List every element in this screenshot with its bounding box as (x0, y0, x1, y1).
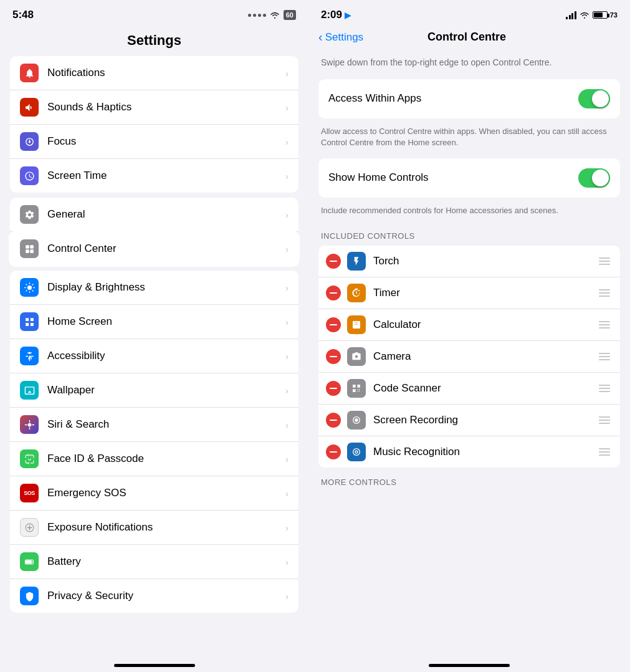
control-item-timer[interactable]: Timer (318, 277, 620, 309)
remove-code-scanner-button[interactable] (326, 381, 341, 396)
battery-chevron: › (285, 557, 289, 567)
torch-drag-handle[interactable] (596, 255, 613, 267)
remove-music-recognition-button[interactable] (326, 444, 341, 459)
screentime-icon (20, 166, 39, 185)
show-home-controls-label: Show Home Controls (328, 171, 429, 184)
access-within-apps-toggle[interactable] (578, 89, 610, 108)
control-item-code-scanner[interactable]: Code Scanner (318, 373, 620, 405)
control-centre-description: Swipe down from the top-right edge to op… (318, 52, 620, 79)
notifications-label: Notifications (47, 67, 280, 79)
toggle-knob-home (592, 170, 609, 186)
control-item-screen-recording[interactable]: Screen Recording (318, 405, 620, 436)
settings-item-wallpaper[interactable]: Wallpaper › (10, 373, 298, 408)
left-time: 5:48 (12, 9, 34, 21)
screen-recording-label: Screen Recording (373, 414, 596, 426)
status-bar-right: 2:09 ▶ 73 (308, 0, 630, 27)
wallpaper-icon (20, 381, 39, 400)
camera-drag-handle[interactable] (596, 350, 613, 363)
more-controls-header: MORE CONTROLS (318, 473, 620, 492)
music-recognition-drag-handle[interactable] (596, 446, 613, 458)
toggle-knob-access (592, 90, 609, 107)
music-recognition-icon (347, 443, 366, 461)
show-home-controls-toggle[interactable] (578, 168, 610, 188)
right-status-icons: 73 (566, 11, 618, 19)
dot4 (263, 14, 266, 17)
accessibility-chevron: › (285, 351, 289, 362)
settings-item-accessibility[interactable]: Accessibility › (10, 339, 298, 373)
wifi-icon-right (580, 11, 589, 19)
screentime-chevron: › (285, 171, 289, 181)
settings-item-controlcenter[interactable]: Control Center › (10, 232, 298, 266)
remove-camera-button[interactable] (326, 349, 341, 364)
svg-rect-2 (26, 249, 29, 253)
code-scanner-drag-handle[interactable] (596, 382, 613, 395)
battery-status-right: 73 (593, 11, 618, 19)
settings-item-focus[interactable]: Focus › (10, 125, 298, 159)
controlcenter-icon (20, 239, 39, 258)
remove-timer-button[interactable] (326, 286, 341, 300)
code-scanner-label: Code Scanner (373, 382, 596, 395)
wallpaper-chevron: › (285, 385, 289, 396)
timer-drag-handle[interactable] (596, 287, 613, 299)
privacy-icon (20, 587, 39, 605)
settings-group1: Notifications › Sounds & Haptics › Focus… (10, 56, 298, 193)
camera-icon (347, 347, 366, 366)
included-controls-header: INCLUDED CONTROLS (318, 226, 620, 246)
right-page-title: Control Centre (363, 31, 570, 44)
settings-item-sos[interactable]: SOS Emergency SOS › (10, 476, 298, 511)
settings-item-homescreen[interactable]: Home Screen › (10, 305, 298, 339)
faceid-label: Face ID & Passcode (47, 453, 280, 465)
bar3 (571, 13, 573, 19)
display-label: Display & Brightness (47, 281, 280, 294)
accessibility-label: Accessibility (47, 350, 280, 362)
notifications-icon (20, 64, 39, 82)
screen-recording-icon (347, 411, 366, 430)
settings-item-siri[interactable]: Siri & Search › (10, 408, 298, 442)
calculator-drag-handle[interactable] (596, 319, 613, 331)
settings-item-general[interactable]: General › (10, 198, 298, 232)
right-time-container: 2:09 ▶ (321, 9, 351, 21)
svg-rect-9 (26, 560, 32, 564)
control-item-torch[interactable]: Torch (318, 246, 620, 277)
settings-item-battery[interactable]: Battery › (10, 545, 298, 579)
settings-item-screentime[interactable]: Screen Time › (10, 159, 298, 193)
faceid-icon (20, 449, 39, 468)
settings-group2: General › Control Center › (10, 198, 298, 266)
general-label: General (47, 208, 280, 221)
right-time: 2:09 (321, 9, 342, 21)
focus-chevron: › (285, 137, 289, 147)
notifications-chevron: › (285, 68, 289, 79)
general-chevron: › (285, 209, 289, 220)
back-chevron: ‹ (318, 30, 323, 44)
settings-item-sounds[interactable]: Sounds & Haptics › (10, 90, 298, 125)
signal-dots (248, 14, 266, 17)
svg-rect-3 (30, 249, 34, 253)
music-recognition-label: Music Recognition (373, 446, 596, 458)
display-chevron: › (285, 282, 289, 293)
calculator-label: Calculator (373, 319, 596, 331)
control-item-camera[interactable]: Camera (318, 341, 620, 373)
back-button[interactable]: ‹ Settings (318, 30, 363, 44)
settings-item-faceid[interactable]: Face ID & Passcode › (10, 442, 298, 476)
exposure-icon (20, 518, 39, 537)
remove-screen-recording-button[interactable] (326, 413, 341, 428)
sounds-chevron: › (285, 102, 289, 113)
remove-torch-button[interactable] (326, 254, 341, 269)
settings-item-exposure[interactable]: Exposure Notifications › (10, 511, 298, 545)
torch-label: Torch (373, 255, 596, 267)
focus-icon (20, 132, 39, 151)
wallpaper-label: Wallpaper (47, 384, 280, 396)
control-item-music-recognition[interactable]: Music Recognition (318, 436, 620, 468)
settings-item-privacy[interactable]: Privacy & Security › (10, 579, 298, 613)
settings-item-display[interactable]: Display & Brightness › (10, 271, 298, 305)
control-item-calculator[interactable]: Calculator (318, 309, 620, 341)
dot2 (253, 14, 256, 17)
remove-calculator-button[interactable] (326, 317, 341, 332)
battery-icon (20, 552, 39, 571)
controlcenter-chevron: › (285, 244, 289, 254)
screen-recording-drag-handle[interactable] (596, 414, 613, 426)
settings-item-notifications[interactable]: Notifications › (10, 56, 298, 90)
sos-label: Emergency SOS (47, 487, 280, 499)
settings-group3: Display & Brightness › Home Screen › Acc… (10, 271, 298, 613)
wifi-icon (270, 11, 280, 19)
